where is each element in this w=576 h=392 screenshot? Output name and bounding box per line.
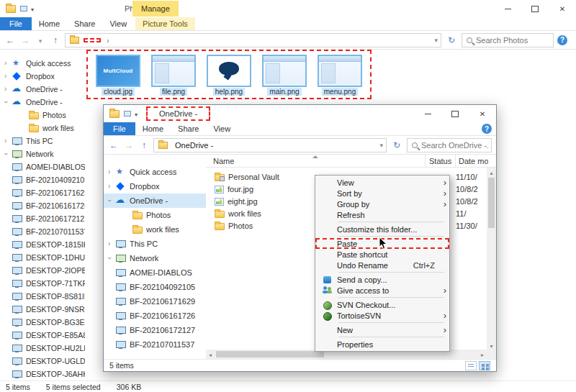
sidebar-item[interactable]: DESKTOP-9NSR2MI xyxy=(0,303,85,316)
forward-button[interactable] xyxy=(19,35,31,45)
sidebar-item[interactable]: BF-202106172127 xyxy=(104,323,206,337)
sidebar-item[interactable]: DESKTOP-8S81IFA xyxy=(0,290,85,303)
expander-chevron-icon[interactable] xyxy=(4,150,12,158)
expander-chevron-icon[interactable] xyxy=(108,168,115,176)
ribbon-tab[interactable]: Home xyxy=(32,17,67,30)
scrollbar-thumb[interactable] xyxy=(488,178,495,228)
context-menu-item[interactable]: Undo Rename Ctrl+Z xyxy=(315,260,449,270)
context-menu-item[interactable] xyxy=(338,222,444,222)
sidebar-item[interactable]: DESKTOP-UGLDI2 xyxy=(0,355,85,368)
sidebar-item[interactable]: BF-202106172127 xyxy=(0,212,85,225)
scrollbar-thumb[interactable] xyxy=(216,351,324,357)
sidebar-item[interactable]: DESKTOP-71TKPLP xyxy=(0,277,85,290)
back-button[interactable] xyxy=(108,140,120,150)
sidebar-item[interactable]: BF-202106171629 xyxy=(0,186,85,199)
recent-locations-chevron-icon[interactable] xyxy=(35,35,46,45)
sidebar-item[interactable]: DESKTOP-1DHU05K xyxy=(0,251,85,264)
column-header[interactable]: Status xyxy=(426,155,456,167)
context-menu-item[interactable] xyxy=(338,337,444,337)
context-menu-item[interactable]: SVN Checkout... xyxy=(315,299,449,310)
back-button[interactable] xyxy=(4,35,16,45)
sidebar-item[interactable]: DESKTOP-BG3E86R xyxy=(0,316,85,329)
up-button[interactable] xyxy=(138,140,150,150)
file-thumbnail[interactable]: file.png xyxy=(150,55,197,96)
expander-chevron-icon[interactable] xyxy=(4,60,12,67)
customize-toolbar-chevron-icon[interactable] xyxy=(31,4,34,13)
context-menu-item[interactable]: Properties xyxy=(315,339,449,350)
new-folder-icon[interactable] xyxy=(20,6,27,12)
expander-chevron-icon[interactable] xyxy=(4,73,12,80)
breadcrumb-item[interactable] xyxy=(104,35,118,45)
tab-picture-tools[interactable]: Picture Tools xyxy=(135,17,195,30)
expander-chevron-icon[interactable] xyxy=(4,99,12,106)
tab-file[interactable]: File xyxy=(0,17,32,30)
context-menu-item[interactable]: TortoiseSVN xyxy=(315,310,449,321)
scroll-down-icon[interactable] xyxy=(487,341,496,350)
maximize-button[interactable] xyxy=(441,105,469,122)
sidebar-item[interactable]: DESKTOP-J6AHKLA xyxy=(0,368,85,380)
expander-chevron-icon[interactable] xyxy=(108,255,115,262)
ribbon-tab[interactable]: View xyxy=(102,17,134,30)
context-menu-item[interactable] xyxy=(338,297,444,298)
minimize-button[interactable] xyxy=(414,105,441,122)
sidebar-item[interactable]: BF-202106171629 xyxy=(104,294,206,309)
column-header[interactable]: Name xyxy=(206,155,426,167)
search-input[interactable] xyxy=(476,36,550,45)
scroll-up-icon[interactable] xyxy=(487,168,496,176)
scroll-left-icon[interactable] xyxy=(206,350,215,359)
context-menu-item[interactable]: Give access to xyxy=(315,285,449,296)
sidebar-item[interactable]: Photos xyxy=(104,208,206,222)
sidebar-item[interactable]: Network xyxy=(104,251,206,265)
tab-file[interactable]: File xyxy=(104,122,135,135)
file-thumbnail[interactable]: MultCloud cloud.jpg xyxy=(95,55,141,96)
close-button[interactable] xyxy=(469,105,496,122)
sidebar-item[interactable]: This PC xyxy=(0,135,85,147)
context-menu-item[interactable]: Refresh xyxy=(315,209,449,220)
close-button[interactable] xyxy=(549,0,576,17)
context-menu-item[interactable]: New xyxy=(315,324,449,335)
sidebar-item[interactable]: Quick access xyxy=(0,57,85,70)
sidebar-item[interactable]: DESKTOP-E85A88P xyxy=(0,329,85,342)
search-input[interactable] xyxy=(421,141,488,150)
help-icon[interactable] xyxy=(482,124,492,134)
context-menu-item[interactable] xyxy=(338,322,444,323)
minimize-button[interactable] xyxy=(494,0,521,17)
help-icon[interactable] xyxy=(557,35,567,45)
context-menu-item[interactable] xyxy=(338,272,444,273)
file-thumbnail[interactable]: main.png xyxy=(261,55,307,96)
ribbon-tab[interactable]: Share xyxy=(171,122,206,135)
sidebar-item[interactable]: work files xyxy=(104,222,206,237)
expander-chevron-icon[interactable] xyxy=(108,183,115,190)
customize-toolbar-chevron-icon[interactable] xyxy=(135,109,138,118)
large-icons-view-button[interactable] xyxy=(479,361,490,370)
expander-chevron-icon[interactable] xyxy=(4,137,12,145)
sidebar-item[interactable]: OneDrive - xyxy=(104,193,206,208)
sidebar-item[interactable]: BF-202107011537 xyxy=(0,225,85,238)
address-box[interactable]: OneDrive - xyxy=(153,138,387,152)
address-dropdown-chevron-icon[interactable] xyxy=(379,142,383,149)
search-box[interactable] xyxy=(407,138,492,152)
sidebar-item[interactable]: AOMEI-DIABLOS xyxy=(0,160,85,173)
sidebar-item[interactable]: BF-202104092105 xyxy=(0,173,85,186)
sidebar-item[interactable]: DESKTOP-2IOPBT5 xyxy=(0,264,85,277)
refresh-icon[interactable] xyxy=(390,140,403,150)
sidebar-item[interactable]: AOMEI-DIABLOS xyxy=(104,265,206,280)
file-thumbnail[interactable]: help.png xyxy=(206,55,252,96)
sidebar-item[interactable]: OneDrive - xyxy=(0,83,85,96)
sidebar-item[interactable]: work files xyxy=(0,122,85,135)
sidebar-item[interactable]: DESKTOP-1815IKL xyxy=(0,238,85,251)
expander-chevron-icon[interactable] xyxy=(108,197,115,204)
ribbon-tab[interactable]: View xyxy=(206,122,238,135)
breadcrumb-item[interactable] xyxy=(84,38,101,42)
context-menu-item[interactable]: Sort by xyxy=(315,188,449,199)
refresh-icon[interactable] xyxy=(445,35,458,45)
context-menu-item[interactable]: Send a copy... xyxy=(315,274,449,285)
sidebar-item[interactable]: This PC xyxy=(104,237,206,251)
address-dropdown-chevron-icon[interactable] xyxy=(434,37,438,44)
context-menu-item[interactable] xyxy=(338,236,444,237)
sidebar-item[interactable]: BF-202107011537 xyxy=(104,337,206,352)
column-header[interactable]: Date mo... xyxy=(456,155,488,167)
address-box[interactable] xyxy=(65,33,441,47)
sidebar-item[interactable]: Quick access xyxy=(104,165,206,179)
sidebar-item[interactable]: BF-202104092105 xyxy=(104,280,206,294)
